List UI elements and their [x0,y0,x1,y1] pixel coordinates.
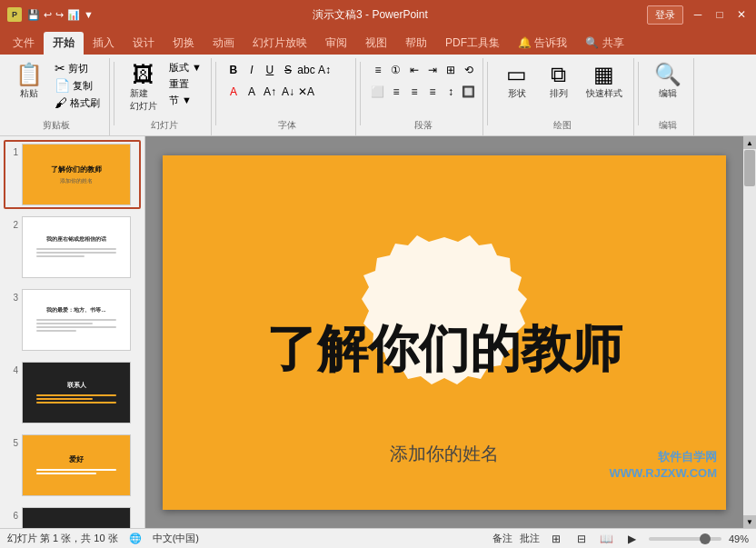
cut-label: 剪切 [68,62,88,75]
bullets-button[interactable]: ≡ [370,62,386,78]
comments-button[interactable]: 批注 [520,532,540,545]
new-slide-button[interactable]: 🖼 新建幻灯片 [124,60,164,116]
tab-view[interactable]: 视图 [356,32,396,55]
paste-button[interactable]: 📋 粘贴 [9,60,49,104]
font-highlight-button[interactable]: A [244,84,260,100]
new-slide-label: 新建幻灯片 [130,87,157,113]
thumb-content-5: 爱好 [23,435,130,495]
vertical-scrollbar: ▲ ▼ [743,136,756,528]
new-slide-icon: 🖼 [133,64,154,85]
font-row-1: B I U S abc A↕ [225,60,350,80]
tab-review[interactable]: 审阅 [316,32,356,55]
undo-button[interactable]: ↩ [44,9,52,21]
underline-button[interactable]: U [262,62,278,78]
present-button[interactable]: 📊 [67,9,80,21]
slide-thumb-4[interactable]: 4 联系人 [4,358,141,427]
slide-subtitle[interactable]: 添加你的姓名 [390,442,499,466]
tab-share[interactable]: 🔍 共享 [576,32,632,55]
slide-sorter-button[interactable]: ⊟ [572,531,591,547]
tab-slideshow[interactable]: 幻灯片放映 [244,32,316,55]
find-button[interactable]: 🔍 编辑 [648,60,688,104]
shadow-button[interactable]: abc [298,62,314,78]
align-center-button[interactable]: ≡ [388,84,404,100]
smart-art-button[interactable]: 🔲 [461,84,477,100]
section-button[interactable]: 节 ▼ [165,93,205,108]
slide-thumb-2[interactable]: 2 我的座右铭或您相信的话 [4,213,141,282]
tab-tell-me[interactable]: 🔔 告诉我 [509,32,576,55]
strikethrough-button[interactable]: S [280,62,296,78]
tab-animations[interactable]: 动画 [204,32,244,55]
columns-button[interactable]: ⊞ [443,62,459,78]
notes-button[interactable]: 备注 [492,532,512,545]
tab-pdf[interactable]: PDF工具集 [436,32,509,55]
format-painter-button[interactable]: 🖌格式刷 [51,95,104,111]
slide-num-4: 4 [7,365,18,375]
text-direction-button[interactable]: ⟲ [461,62,477,78]
login-button[interactable]: 登录 [647,5,683,25]
font-size-decrease-button[interactable]: A↓ [280,84,296,100]
watermark-line2: WWW.RJZXW.COM [610,465,717,482]
more-font-button[interactable]: A↕ [316,62,333,78]
paragraph-group: ≡ ① ⇤ ⇥ ⊞ ⟲ ⬜ ≡ ≡ ≡ ↕ 🔲 段落 [364,58,483,135]
redo-button[interactable]: ↪ [55,9,64,21]
scrollbar-thumb[interactable] [744,150,755,186]
tab-transitions[interactable]: 切换 [164,32,204,55]
bold-button[interactable]: B [225,62,242,78]
thumb-lines-5 [36,467,116,476]
scroll-down-button[interactable]: ▼ [743,515,756,528]
thumb-line-3b [36,323,93,324]
scroll-up-button[interactable]: ▲ [743,136,756,149]
divider-5 [638,62,639,125]
cut-button[interactable]: ✂剪切 [51,60,104,76]
copy-button[interactable]: 📄复制 [51,77,104,94]
slideshow-button[interactable]: ▶ [623,531,642,547]
close-button[interactable]: ✕ [734,7,749,22]
slide-preview-1: 了解你们的教师 添加你的姓名 [22,144,131,205]
normal-view-button[interactable]: ⊞ [547,531,565,547]
clear-format-button[interactable]: ✕A [298,84,314,100]
shapes-button[interactable]: ▭ 形状 [497,60,537,104]
font-size-increase-button[interactable]: A↑ [262,84,278,100]
numbering-button[interactable]: ① [388,62,404,78]
slide-thumb-5[interactable]: 5 爱好 [4,431,141,500]
zoom-slider[interactable] [649,537,721,541]
slide-thumb-3[interactable]: 3 我的最爱：地方、书等... [4,285,141,354]
clipboard-inner: 📋 粘贴 ✂剪切 📄复制 🖌格式刷 [9,60,104,119]
maximize-button[interactable]: □ [712,7,727,22]
slide-canvas[interactable]: 了解你们的教师 添加你的姓名 软件自学网 WWW.RJZXW.COM [163,155,726,510]
paragraph-label: 段落 [414,119,433,134]
increase-indent-button[interactable]: ⇥ [424,62,441,78]
decrease-indent-button[interactable]: ⇤ [406,62,423,78]
slide-thumb-1[interactable]: 1 了解你们的教师 添加你的姓名 [4,140,141,209]
font-color-button[interactable]: A [225,84,242,100]
align-left-button[interactable]: ⬜ [370,84,386,100]
arrange-button[interactable]: ⧉ 排列 [539,60,579,104]
layout-button[interactable]: 版式 ▼ [165,60,205,75]
align-right-button[interactable]: ≡ [406,84,423,100]
quick-style-button[interactable]: ▦ 快速样式 [581,60,628,104]
slides-group: 🖼 新建幻灯片 版式 ▼ 重置 节 ▼ 幻灯片 [118,58,212,135]
minimize-button[interactable]: ─ [691,7,705,22]
reset-button[interactable]: 重置 [165,76,205,92]
clipboard-group: 📋 粘贴 ✂剪切 📄复制 🖌格式刷 剪贴板 [4,58,110,135]
justify-button[interactable]: ≡ [424,84,441,100]
arrange-label: 排列 [550,87,568,100]
tab-file[interactable]: 文件 [4,32,44,55]
tab-insert[interactable]: 插入 [84,32,124,55]
scrollbar-track[interactable] [743,149,756,515]
tab-design[interactable]: 设计 [124,32,164,55]
save-button[interactable]: 💾 [27,9,40,21]
reading-view-button[interactable]: 📖 [598,531,616,547]
slide-thumb-6[interactable]: 6 内容页 [4,503,141,528]
clipboard-small-buttons: ✂剪切 📄复制 🖌格式刷 [51,60,104,111]
dropdown-button[interactable]: ▼ [84,9,94,20]
line-spacing-button[interactable]: ↕ [443,84,459,100]
tab-help[interactable]: 帮助 [396,32,436,55]
title-bar-right: 登录 ─ □ ✕ [647,5,749,25]
italic-button[interactable]: I [244,62,260,78]
edit-group: 🔍 编辑 编辑 [642,58,694,135]
zoom-thumb[interactable] [700,533,711,544]
tab-home[interactable]: 开始 [44,32,84,55]
slide-main-title[interactable]: 了解你们的教师 [266,315,622,384]
slide-preview-5: 爱好 [22,434,131,496]
